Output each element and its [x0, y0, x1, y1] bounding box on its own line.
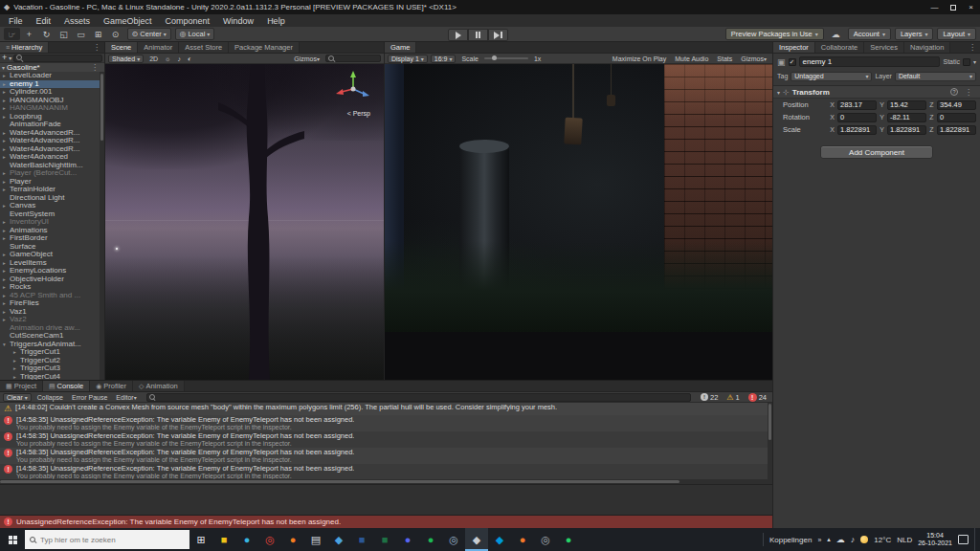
foldout-collapsed-icon[interactable]: ▸ [3, 203, 10, 209]
kebab-menu-icon[interactable]: ⋮ [89, 42, 104, 53]
foldout-collapsed-icon[interactable]: ▸ [3, 187, 10, 192]
error-pause-toggle[interactable]: Error Pause [69, 393, 110, 402]
maximize-on-play-toggle[interactable]: Maximize On Play [610, 55, 669, 63]
static-checkbox[interactable] [963, 58, 970, 66]
photos-taskbar-button[interactable]: ◆ [327, 528, 350, 551]
hierarchy-item-loopbrug[interactable]: ▸Loopbrug [0, 113, 104, 121]
console-log-entry[interactable]: ⚠[14:48:02] Couldn't create a Convex Mes… [0, 403, 772, 415]
hierarchy-scrollbar[interactable] [100, 72, 104, 380]
position-y-field[interactable]: 15.42 [887, 100, 926, 110]
foldout-collapsed-icon[interactable]: ▸ [3, 228, 10, 233]
foldout-collapsed-icon[interactable]: ▸ [3, 105, 10, 111]
console-horizontal-scrollbar[interactable] [0, 479, 772, 484]
move-tool-button[interactable]: + [21, 28, 37, 40]
foldout-collapsed-icon[interactable]: ▸ [3, 276, 10, 282]
excel-taskbar-button[interactable]: ■ [373, 528, 396, 551]
taskbar-search-input[interactable] [40, 536, 165, 544]
menu-window[interactable]: Window [216, 16, 260, 26]
hierarchy-item-triggercut2[interactable]: ▸TriggerCut2 [0, 357, 104, 365]
rotate-tool-button[interactable]: ↻ [38, 28, 55, 40]
foldout-collapsed-icon[interactable]: ▸ [3, 317, 10, 322]
steam-taskbar-button[interactable]: ◎ [442, 528, 465, 551]
console-search-input[interactable] [146, 393, 691, 402]
slider-thumb[interactable] [492, 55, 497, 60]
foldout-collapsed-icon[interactable]: ▸ [3, 235, 10, 241]
chevron-right-icon[interactable]: » [817, 537, 821, 543]
foldout-collapsed-icon[interactable]: ▸ [3, 81, 10, 87]
blender-taskbar-button[interactable]: ● [511, 528, 534, 551]
maximize-button[interactable] [944, 0, 962, 14]
taskbar-search[interactable] [25, 530, 189, 549]
console-log-entry[interactable]: ![14:58:35] UnassignedReferenceException… [0, 448, 772, 464]
warning-count-toggle[interactable]: ⚠ 1 [724, 393, 742, 402]
error-count-toggle[interactable]: ! 24 [746, 393, 769, 402]
menu-component[interactable]: Component [159, 16, 217, 26]
info-count-toggle[interactable]: ! 22 [698, 393, 721, 402]
hierarchy-item-objectiveholder[interactable]: ▸ObjectiveHolder [0, 276, 104, 284]
account-dropdown[interactable]: Account ▾ [848, 28, 891, 40]
kebab-menu-icon[interactable]: ⋮ [965, 42, 980, 53]
hierarchy-item-enemy-1[interactable]: ▸enemy 1 [0, 80, 104, 89]
position-z-field[interactable]: 354.49 [937, 100, 976, 110]
scene-viewport[interactable]: < Persp [105, 64, 384, 380]
edge-taskbar-button[interactable]: ● [235, 528, 258, 551]
custom-tool-button[interactable]: ⊙ [107, 28, 123, 40]
game-gizmos-dropdown[interactable]: Gizmos ▾ [738, 55, 769, 63]
hierarchy-item-inventoryui[interactable]: ▸InventoryUI [0, 218, 104, 227]
tab-project[interactable]: ▦Project [0, 381, 43, 391]
rotation-z-field[interactable]: 0 [937, 113, 976, 122]
hierarchy-item-surface[interactable]: Surface [0, 243, 104, 252]
kebab-menu-icon[interactable]: ⋮ [87, 63, 102, 72]
hierarchy-search-input[interactable] [13, 55, 102, 62]
foldout-collapsed-icon[interactable]: ▸ [3, 309, 10, 315]
menu-help[interactable]: Help [260, 16, 292, 26]
hierarchy-item-vaz1[interactable]: ▸Vaz1 [0, 308, 104, 317]
scrollbar-thumb[interactable] [100, 74, 103, 141]
hierarchy-item-player-beforecut[interactable]: ▸Player (BeforeCut... [0, 169, 104, 178]
foldout-collapsed-icon[interactable]: ▸ [3, 260, 10, 266]
tab-animator[interactable]: Animator [138, 42, 179, 53]
transform-tool-button[interactable]: ⊞ [90, 28, 106, 40]
preview-packages-button[interactable]: Preview Packages in Use ▾ [725, 28, 824, 40]
foldout-expanded-icon[interactable]: ▾ [2, 64, 5, 71]
scene-gizmos-dropdown[interactable]: Gizmos ▾ [291, 55, 323, 63]
hierarchy-item-levelloader[interactable]: ▸LevelLoader [0, 72, 104, 80]
weather-temp[interactable]: 12°C [874, 536, 891, 544]
foldout-collapsed-icon[interactable]: ▸ [3, 170, 10, 176]
draw-mode-dropdown[interactable]: Shaded ▾ [108, 55, 144, 63]
scene-search-input[interactable] [325, 55, 381, 62]
foldout-collapsed-icon[interactable]: ▸ [3, 130, 10, 136]
hierarchy-item-vaz2[interactable]: ▸Vaz2 [0, 316, 104, 324]
chrome-taskbar-button[interactable]: ◎ [258, 528, 281, 551]
add-component-button[interactable]: Add Component [820, 145, 933, 159]
links-toolbar-label[interactable]: Koppelingen [769, 536, 812, 544]
menu-assets[interactable]: Assets [57, 16, 97, 26]
foldout-collapsed-icon[interactable]: ▸ [3, 284, 10, 290]
hierarchy-item-player[interactable]: ▸Player [0, 178, 104, 187]
aspect-ratio-dropdown[interactable]: 16:9 ▾ [431, 55, 457, 63]
volume-icon[interactable]: ♪ [851, 535, 856, 544]
collapse-toggle[interactable]: Collapse [34, 393, 66, 402]
foldout-collapsed-icon[interactable]: ▸ [13, 358, 20, 364]
hierarchy-item-directional-light[interactable]: Directional Light [0, 194, 104, 203]
hierarchy-item-levelitems[interactable]: ▸LevelItems [0, 259, 104, 268]
chevron-down-icon[interactable]: ▾ [973, 58, 976, 65]
effects-toggle[interactable]: ◐ [185, 55, 194, 63]
collab-cloud-button[interactable]: ☁ [828, 28, 844, 40]
hierarchy-item-fireflies[interactable]: ▸FireFlies [0, 299, 104, 308]
layers-dropdown[interactable]: Layers ▾ [895, 28, 934, 40]
audio-toggle[interactable]: ♪ [175, 55, 185, 63]
close-button[interactable]: × [962, 0, 980, 14]
hierarchy-item-water4advanced[interactable]: ▸Water4Advanced [0, 153, 104, 162]
hierarchy-item-rocks[interactable]: ▸Rocks [0, 283, 104, 292]
transform-component-header[interactable]: ▾ ⊹ Transform ? ⋮ [773, 85, 980, 99]
hierarchy-item-triggercut1[interactable]: ▸TriggerCut1 [0, 348, 104, 357]
rotation-x-field[interactable]: 0 [837, 113, 877, 122]
hierarchy-item-hangmananim[interactable]: ▸HANGMANANIM [0, 104, 104, 113]
scale-x-field[interactable]: 1.822891 [837, 125, 877, 135]
scale-slider[interactable] [484, 57, 528, 59]
foldout-collapsed-icon[interactable]: ▸ [3, 73, 10, 78]
foldout-collapsed-icon[interactable]: ▸ [3, 114, 10, 120]
lighting-toggle[interactable]: ☼ [162, 55, 173, 63]
hierarchy-item-hangmanobj[interactable]: ▸HANGMANOBJ [0, 97, 104, 105]
